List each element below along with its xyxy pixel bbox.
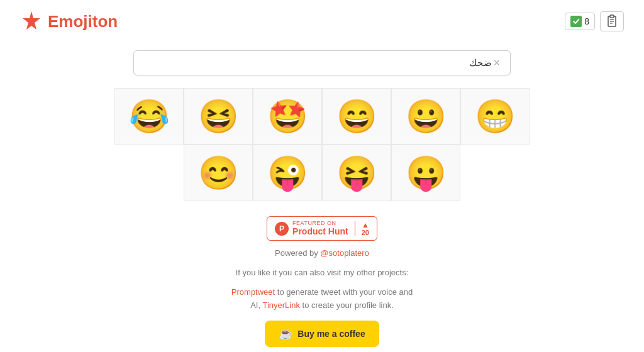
- emoji-cell-winking-tongue[interactable]: 😜: [253, 145, 322, 201]
- footer-projects-text: Promptweet to generate tweet with your v…: [231, 286, 413, 312]
- clipboard-icon: [606, 14, 618, 28]
- ph-logo-icon: P: [275, 222, 289, 236]
- coffee-icon: ☕: [279, 327, 292, 341]
- promptweet-link[interactable]: Promptweet: [231, 287, 275, 297]
- header: Emojiton 8: [0, 0, 644, 43]
- emoji-cell-beaming[interactable]: 😁: [460, 88, 530, 145]
- emoji-row-2: 😊 😜 😝 😛: [184, 145, 460, 201]
- emoji-cell-squinting[interactable]: 😆: [184, 88, 253, 145]
- search-input[interactable]: [143, 58, 492, 69]
- logo-area: Emojiton: [20, 10, 118, 33]
- emoji-cell-smiling[interactable]: 😊: [184, 145, 253, 201]
- clipboard-button[interactable]: [600, 11, 624, 31]
- logo-icon: [20, 10, 43, 33]
- emoji-grid: 😂 😆 🤩 😄 😀 😁 😊 😜 😝 😛: [0, 88, 644, 201]
- footer: P FEATURED ON Product Hunt ▲ 20 Powered …: [0, 201, 644, 352]
- emoji-cell-squinting-tongue[interactable]: 😝: [322, 145, 391, 201]
- header-actions: 8: [565, 11, 624, 31]
- ph-badge-left: P FEATURED ON Product Hunt: [275, 221, 348, 236]
- clear-button[interactable]: ×: [492, 57, 501, 69]
- footer-visit-text: If you like it you can also visit my oth…: [236, 267, 409, 280]
- tinyerlink-link[interactable]: TinyerLink: [262, 300, 299, 310]
- ph-count: 20: [362, 229, 369, 236]
- ph-featured-text: FEATURED ON Product Hunt: [292, 221, 348, 236]
- bmc-label: Buy me a coffee: [297, 329, 365, 339]
- product-hunt-badge[interactable]: P FEATURED ON Product Hunt ▲ 20: [267, 216, 377, 241]
- svg-rect-2: [610, 15, 614, 18]
- visit-label: If you like it you can also visit my oth…: [236, 268, 409, 277]
- powered-label: Powered by: [275, 248, 320, 258]
- promptweet-desc: to generate tweet with your voice and: [275, 287, 413, 297]
- counter-badge[interactable]: 8: [565, 13, 595, 30]
- buy-me-coffee-button[interactable]: ☕ Buy me a coffee: [265, 321, 379, 347]
- emoji-cell-grinning[interactable]: 😀: [391, 88, 460, 145]
- check-icon: [570, 16, 582, 27]
- emoji-row-1: 😂 😆 🤩 😄 😀 😁: [114, 88, 530, 145]
- footer-powered-text: Powered by @sotoplatero: [275, 247, 369, 260]
- ph-product-hunt-label: Product Hunt: [292, 227, 348, 236]
- search-box: ×: [133, 50, 511, 75]
- counter-value: 8: [584, 16, 589, 26]
- ph-arrow-icon: ▲: [362, 221, 369, 229]
- emoji-cell-grinning-smiling[interactable]: 😄: [322, 88, 391, 145]
- logo-text: Emojiton: [48, 12, 118, 31]
- search-container: ×: [0, 43, 644, 88]
- emoji-cell-star-struck[interactable]: 🤩: [253, 88, 322, 145]
- svg-marker-0: [23, 11, 40, 30]
- emoji-cell-laughing-tears[interactable]: 😂: [114, 88, 184, 145]
- ai-text: AI,: [250, 300, 262, 310]
- emoji-cell-tongue-out[interactable]: 😛: [391, 145, 460, 201]
- tinyerlink-desc: to create your profile link.: [300, 300, 394, 310]
- ph-upvote: ▲ 20: [355, 221, 369, 236]
- author-link[interactable]: @sotoplatero: [320, 248, 369, 258]
